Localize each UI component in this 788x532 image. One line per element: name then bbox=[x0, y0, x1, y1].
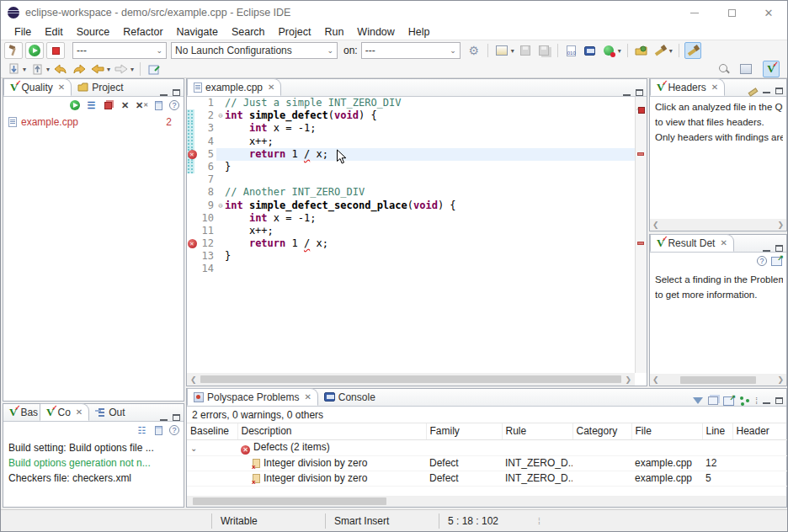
menu-item-window[interactable]: Window bbox=[350, 25, 401, 39]
report-icon[interactable] bbox=[152, 99, 165, 112]
previous-annotation-button[interactable] bbox=[29, 61, 45, 77]
code-line-11[interactable]: 11 x++; bbox=[187, 225, 635, 237]
column-header-description[interactable]: Description bbox=[237, 423, 426, 439]
save-all-button[interactable] bbox=[535, 42, 552, 59]
scroll-right-icon[interactable]: ❯ bbox=[777, 375, 784, 384]
tab-result-details[interactable]: V Result Det ✕ bbox=[650, 234, 734, 252]
annotate-button[interactable] bbox=[652, 42, 668, 59]
console-toggle-button[interactable] bbox=[582, 42, 599, 59]
build-binary-button[interactable]: 010 bbox=[563, 42, 580, 59]
new-wizard-dropdown[interactable]: ▾ bbox=[511, 47, 514, 55]
open-external-icon[interactable] bbox=[771, 257, 782, 266]
layers-icon[interactable] bbox=[708, 396, 718, 405]
view-menu-icon[interactable]: ⁞ bbox=[755, 399, 758, 403]
new-wizard-button[interactable] bbox=[493, 42, 510, 59]
tab-baseline[interactable]: V Bas bbox=[3, 403, 40, 421]
tab-outline[interactable]: Out bbox=[89, 403, 130, 421]
forward-dropdown[interactable]: ▾ bbox=[130, 66, 134, 73]
menu-item-source[interactable]: Source bbox=[70, 25, 117, 39]
code-line-10[interactable]: 10 int x = -1; bbox=[187, 212, 635, 225]
report-icon[interactable] bbox=[152, 424, 165, 437]
delete-icon[interactable]: ✕ bbox=[119, 99, 131, 112]
tab-console[interactable]: Console bbox=[318, 388, 381, 406]
scroll-right-icon[interactable]: ❯ bbox=[625, 375, 631, 384]
defect-row[interactable]: Integer division by zeroDefectINT_ZERO_D… bbox=[187, 471, 788, 486]
search-icon[interactable] bbox=[718, 63, 730, 75]
scroll-right-icon[interactable]: ❯ bbox=[777, 221, 784, 229]
maximize-view-icon[interactable] bbox=[775, 88, 783, 94]
pen-icon[interactable] bbox=[747, 85, 758, 96]
error-overview-icon[interactable] bbox=[638, 107, 645, 114]
tab-editor-example-cpp[interactable]: example.cpp ✕ bbox=[187, 78, 281, 96]
code-line-3[interactable]: 3 int x = -1; bbox=[187, 122, 635, 135]
help-icon[interactable]: ? bbox=[757, 256, 767, 266]
minimize-view-icon[interactable] bbox=[160, 90, 168, 96]
maximize-view-icon[interactable] bbox=[173, 414, 180, 421]
tab-quality[interactable]: V Quality ✕ bbox=[3, 78, 72, 96]
maximize-view-icon[interactable] bbox=[775, 245, 783, 252]
forward-button[interactable] bbox=[113, 61, 130, 77]
result-hscrollbar[interactable]: ❮ ❯ bbox=[650, 374, 786, 386]
menu-item-search[interactable]: Search bbox=[225, 25, 272, 39]
code-line-9[interactable]: 9⊖int simple_defect_second_place(void) { bbox=[187, 200, 635, 212]
help-icon[interactable]: ? bbox=[169, 425, 179, 435]
close-button[interactable]: ✕ bbox=[750, 1, 787, 24]
remove-results-icon[interactable] bbox=[102, 99, 114, 112]
launch-config-combo[interactable]: No Launch Configurations ⌄ bbox=[171, 42, 338, 59]
filter-icon[interactable] bbox=[693, 397, 703, 404]
tab-project[interactable]: Project bbox=[72, 78, 129, 96]
tab-headers[interactable]: V Headers ✕ bbox=[650, 78, 725, 96]
scroll-thumb[interactable] bbox=[200, 375, 622, 383]
menu-item-navigate[interactable]: Navigate bbox=[170, 25, 225, 39]
code-line-2[interactable]: 2⊖int simple_defect(void) { bbox=[187, 109, 635, 122]
minimize-view-icon[interactable] bbox=[763, 88, 770, 93]
code-editor[interactable]: 1// Just a simple INT_ZERO_DIV2⊖int simp… bbox=[187, 97, 635, 373]
next-annotation-button[interactable] bbox=[5, 61, 22, 77]
forward-history-button[interactable] bbox=[71, 61, 88, 77]
target-combo[interactable]: --- ⌄ bbox=[361, 42, 461, 59]
column-header-category[interactable]: Category bbox=[572, 423, 631, 439]
scroll-thumb[interactable] bbox=[680, 376, 756, 384]
code-line-13[interactable]: 13} bbox=[187, 250, 635, 263]
headers-hscrollbar[interactable]: ❮ ❯ bbox=[650, 219, 786, 231]
close-icon[interactable]: ✕ bbox=[720, 238, 727, 247]
column-header-family[interactable]: Family bbox=[426, 423, 502, 439]
defect-row[interactable]: Integer division by zeroDefectINT_ZERO_D… bbox=[187, 455, 788, 471]
close-icon[interactable]: ✕ bbox=[711, 82, 718, 92]
code-line-12[interactable]: ✕12 return 1 / x; bbox=[187, 237, 635, 250]
help-icon[interactable]: ? bbox=[169, 100, 179, 110]
run-button[interactable] bbox=[25, 42, 44, 59]
close-icon[interactable]: ✕ bbox=[304, 392, 311, 402]
open-perspective-button[interactable] bbox=[737, 61, 754, 77]
defects-group-row[interactable]: ⌄✕Defects (2 items) bbox=[187, 439, 788, 455]
code-line-14[interactable]: 14 bbox=[187, 263, 635, 275]
run-polyspace-button[interactable] bbox=[600, 42, 617, 59]
code-line-5[interactable]: ✕5 return 1 / x; bbox=[187, 148, 635, 161]
stop-button[interactable] bbox=[46, 42, 65, 59]
scroll-thumb[interactable] bbox=[193, 497, 386, 505]
annotate-dropdown[interactable]: ▾ bbox=[669, 47, 673, 55]
chevron-down-icon[interactable]: ⌄ bbox=[190, 444, 197, 453]
minimize-view-icon[interactable] bbox=[160, 415, 168, 421]
problems-hscrollbar[interactable] bbox=[187, 496, 786, 507]
previous-annotation-dropdown[interactable]: ▾ bbox=[46, 66, 50, 73]
menu-item-edit[interactable]: Edit bbox=[38, 25, 70, 39]
column-header-rule[interactable]: Rule bbox=[502, 423, 572, 439]
next-annotation-dropdown[interactable]: ▾ bbox=[23, 66, 26, 73]
menu-item-project[interactable]: Project bbox=[272, 25, 318, 39]
delete-all-icon[interactable]: ✕✕ bbox=[136, 99, 148, 112]
code-line-4[interactable]: 4 x++; bbox=[187, 136, 635, 148]
menu-item-run[interactable]: Run bbox=[317, 25, 350, 39]
settings-list-icon[interactable]: ☷ bbox=[136, 424, 148, 437]
close-icon[interactable]: ✕ bbox=[268, 82, 274, 92]
close-icon[interactable]: ✕ bbox=[58, 82, 65, 92]
quality-file-row[interactable]: example.cpp 2 bbox=[3, 114, 184, 130]
menu-item-refactor[interactable]: Refactor bbox=[116, 25, 169, 39]
code-line-7[interactable]: 7 bbox=[187, 173, 635, 186]
status-menu-dots-icon[interactable]: ⁞ bbox=[538, 517, 541, 526]
scroll-left-icon[interactable]: ❮ bbox=[652, 375, 659, 384]
error-marker-line12[interactable] bbox=[637, 242, 644, 245]
column-header-line[interactable]: Line bbox=[702, 423, 732, 439]
scroll-left-icon[interactable]: ❮ bbox=[652, 221, 659, 229]
polyspace-perspective-button[interactable]: V bbox=[763, 61, 780, 77]
